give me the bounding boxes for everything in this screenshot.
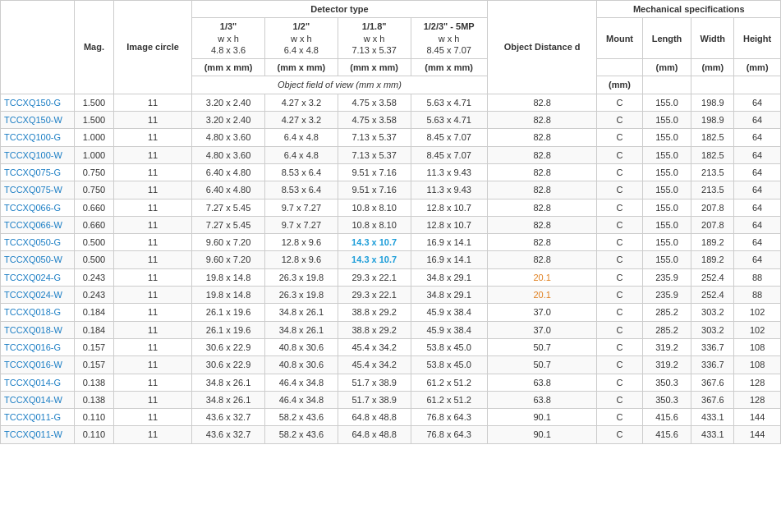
table-cell: 0.750 bbox=[75, 163, 114, 181]
table-cell: 6.40 x 4.80 bbox=[192, 181, 265, 199]
table-cell: 0.157 bbox=[75, 356, 114, 374]
table-cell: 235.9 bbox=[642, 268, 691, 286]
table-cell: 10.8 x 8.10 bbox=[338, 199, 411, 216]
table-cell: 63.8 bbox=[487, 391, 597, 408]
table-cell: C bbox=[597, 409, 642, 426]
table-cell: 34.8 x 26.1 bbox=[192, 391, 265, 408]
table-cell: 29.3 x 22.1 bbox=[338, 287, 411, 304]
table-cell: 82.8 bbox=[487, 216, 597, 233]
table-cell: 8.53 x 6.4 bbox=[264, 163, 338, 181]
col-header-5mp: 1/2/3" - 5MP w x h 8.45 x 7.07 bbox=[411, 18, 487, 59]
table-cell: 1.000 bbox=[75, 146, 114, 163]
table-cell: TCCXQ011-W bbox=[1, 426, 75, 443]
table-cell: 1.000 bbox=[75, 129, 114, 146]
col-header-obj-dist-unit: (mm) bbox=[597, 76, 642, 94]
col-header-118-unit: (mm x mm) bbox=[338, 59, 411, 76]
table-cell: 155.0 bbox=[642, 112, 691, 129]
table-cell: 61.2 x 51.2 bbox=[411, 374, 487, 391]
table-row: TCCXQ011-W0.1101143.6 x 32.758.2 x 43.66… bbox=[1, 426, 781, 443]
table-cell: 38.8 x 29.2 bbox=[338, 304, 411, 321]
table-row: TCCXQ014-W0.1381134.8 x 26.146.4 x 34.85… bbox=[1, 391, 781, 408]
table-cell: 11 bbox=[113, 426, 191, 443]
col-header-mount-empty bbox=[597, 59, 642, 76]
table-cell: C bbox=[597, 374, 642, 391]
table-cell: 285.2 bbox=[642, 321, 691, 338]
col-header-12: 1/2" w x h 6.4 x 4.8 bbox=[264, 18, 338, 59]
table-cell: 90.1 bbox=[487, 426, 597, 443]
table-row: TCCXQ018-G0.1841126.1 x 19.634.8 x 26.13… bbox=[1, 304, 781, 321]
table-cell: 350.3 bbox=[642, 391, 691, 408]
table-cell: 14.3 x 10.7 bbox=[338, 234, 411, 251]
col-header-mount: Mount bbox=[597, 18, 642, 59]
table-cell: 11 bbox=[113, 287, 191, 304]
col-header-118: 1/1.8" w x h 7.13 x 5.37 bbox=[338, 18, 411, 59]
table-cell: 8.45 x 7.07 bbox=[411, 146, 487, 163]
table-row: TCCXQ100-G1.000114.80 x 3.606.4 x 4.87.1… bbox=[1, 129, 781, 146]
table-cell: 102 bbox=[734, 304, 781, 321]
table-cell: 14.3 x 10.7 bbox=[338, 251, 411, 268]
table-cell: 64 bbox=[734, 94, 781, 111]
table-cell: 45.4 x 34.2 bbox=[338, 356, 411, 374]
table-cell: 26.3 x 19.8 bbox=[264, 287, 338, 304]
col-header-empty1 bbox=[642, 76, 691, 94]
table-cell: 34.8 x 26.1 bbox=[264, 304, 338, 321]
table-cell: TCCXQ066-W bbox=[1, 216, 75, 233]
table-cell: 90.1 bbox=[487, 409, 597, 426]
table-cell: 16.9 x 14.1 bbox=[411, 234, 487, 251]
table-row: TCCXQ100-W1.000114.80 x 3.606.4 x 4.87.1… bbox=[1, 146, 781, 163]
table-cell: 7.13 x 5.37 bbox=[338, 129, 411, 146]
table-cell: 128 bbox=[734, 391, 781, 408]
table-cell: 4.27 x 3.2 bbox=[264, 94, 338, 111]
col-header-obj-dist: Object Distance d bbox=[487, 1, 597, 94]
table-cell: 4.80 x 3.60 bbox=[192, 129, 265, 146]
table-cell: 82.8 bbox=[487, 199, 597, 216]
table-cell: C bbox=[597, 216, 642, 233]
table-cell: 11 bbox=[113, 129, 191, 146]
table-cell: 11 bbox=[113, 321, 191, 338]
table-cell: TCCXQ066-G bbox=[1, 199, 75, 216]
table-cell: 0.138 bbox=[75, 391, 114, 408]
table-cell: 0.184 bbox=[75, 304, 114, 321]
table-cell: 40.8 x 30.6 bbox=[264, 356, 338, 374]
table-cell: C bbox=[597, 287, 642, 304]
table-cell: TCCXQ018-W bbox=[1, 321, 75, 338]
table-cell: 64.8 x 48.8 bbox=[338, 426, 411, 443]
table-cell: 9.51 x 7.16 bbox=[338, 163, 411, 181]
table-cell: 61.2 x 51.2 bbox=[411, 391, 487, 408]
table-cell: 155.0 bbox=[642, 251, 691, 268]
table-cell: TCCXQ024-G bbox=[1, 268, 75, 286]
table-cell: 4.75 x 3.58 bbox=[338, 112, 411, 129]
table-cell: C bbox=[597, 391, 642, 408]
table-cell: 64 bbox=[734, 216, 781, 233]
table-cell: 45.4 x 34.2 bbox=[338, 338, 411, 355]
table-cell: 88 bbox=[734, 268, 781, 286]
table-row: TCCXQ016-W0.1571130.6 x 22.940.8 x 30.64… bbox=[1, 356, 781, 374]
header-row-1: Mag. Image circle Detector type Object D… bbox=[1, 1, 781, 18]
table-cell: C bbox=[597, 268, 642, 286]
table-cell: 5.63 x 4.71 bbox=[411, 94, 487, 111]
table-cell: 20.1 bbox=[487, 268, 597, 286]
table-cell: 53.8 x 45.0 bbox=[411, 338, 487, 355]
col-header-width-unit: (mm) bbox=[691, 59, 734, 76]
table-cell: 8.53 x 6.4 bbox=[264, 181, 338, 199]
table-row: TCCXQ024-W0.2431119.8 x 14.826.3 x 19.82… bbox=[1, 287, 781, 304]
table-cell: 0.184 bbox=[75, 321, 114, 338]
table-cell: 16.9 x 14.1 bbox=[411, 251, 487, 268]
table-cell: 285.2 bbox=[642, 304, 691, 321]
table-cell: 82.8 bbox=[487, 94, 597, 111]
table-cell: 433.1 bbox=[691, 426, 734, 443]
table-row: TCCXQ018-W0.1841126.1 x 19.634.8 x 26.13… bbox=[1, 321, 781, 338]
table-cell: 0.243 bbox=[75, 268, 114, 286]
table-cell: 0.110 bbox=[75, 426, 114, 443]
table-cell: 433.1 bbox=[691, 409, 734, 426]
table-cell: 12.8 x 10.7 bbox=[411, 216, 487, 233]
table-cell: 64 bbox=[734, 163, 781, 181]
table-cell: 1.500 bbox=[75, 94, 114, 111]
table-cell: C bbox=[597, 181, 642, 199]
table-cell: 367.6 bbox=[691, 391, 734, 408]
table-cell: 30.6 x 22.9 bbox=[192, 356, 265, 374]
table-cell: TCCXQ100-G bbox=[1, 129, 75, 146]
table-cell: 82.8 bbox=[487, 146, 597, 163]
table-cell: 10.8 x 8.10 bbox=[338, 216, 411, 233]
table-cell: 20.1 bbox=[487, 287, 597, 304]
